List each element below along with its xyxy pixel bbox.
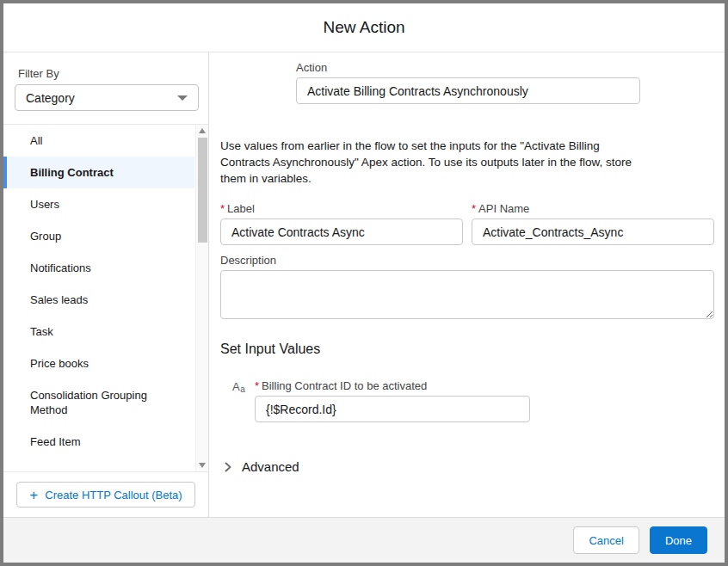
action-field-block: Action (296, 61, 640, 104)
filter-block: Filter By Category (3, 52, 208, 124)
api-name-label: *API Name (472, 202, 714, 215)
label-input[interactable] (220, 218, 463, 245)
create-http-callout-label: Create HTTP Callout (Beta) (45, 489, 182, 501)
modal-footer: Cancel Done (3, 517, 725, 563)
label-field-block: *Label (220, 202, 463, 245)
category-list: AllBilling ContractUsersGroupNotificatio… (3, 125, 208, 458)
param-fields: *Billing Contract ID to be activated (255, 379, 530, 422)
filter-by-label: Filter By (18, 67, 200, 80)
sidebar-item-all[interactable]: All (3, 125, 194, 157)
sidebar-item-billing-contract[interactable]: Billing Contract (3, 157, 194, 188)
advanced-toggle[interactable]: Advanced (222, 459, 299, 474)
scrollbar-thumb[interactable] (198, 138, 207, 243)
action-label: Action (296, 61, 640, 74)
modal-dialog: New Action Filter By Category AllBilling… (0, 0, 728, 566)
set-input-values-heading: Set Input Values (220, 341, 714, 357)
action-input[interactable] (296, 77, 640, 104)
callout-block: + Create HTTP Callout (Beta) (3, 472, 208, 517)
required-asterisk: * (220, 202, 225, 215)
modal-header: New Action (3, 3, 725, 52)
sidebar-item-sales-leads[interactable]: Sales leads (3, 284, 194, 316)
plus-icon: + (29, 488, 38, 502)
sidebar-item-notifications[interactable]: Notifications (3, 252, 194, 284)
sidebar-item-price-books[interactable]: Price books (3, 348, 194, 379)
sidebar-item-feed-item[interactable]: Feed Item (3, 426, 194, 458)
sidebar-item-group[interactable]: Group (3, 220, 194, 252)
chevron-right-icon (222, 461, 234, 473)
api-name-input[interactable] (472, 218, 714, 245)
input-parameter-block: Aa *Billing Contract ID to be activated (232, 379, 714, 422)
description-field-block: Description (220, 254, 714, 323)
param-label: *Billing Contract ID to be activated (255, 379, 530, 392)
required-asterisk: * (472, 202, 476, 215)
sidebar-item-consolidation-grouping-method[interactable]: Consolidation Grouping Method (3, 379, 194, 426)
chevron-down-icon (177, 95, 188, 101)
text-type-icon: Aa (232, 379, 250, 394)
category-select[interactable]: Category (15, 84, 199, 111)
param-input[interactable] (255, 396, 530, 422)
modal-title: New Action (323, 18, 404, 37)
description-label: Description (220, 254, 714, 267)
flow-intro-text: Use values from earlier in the flow to s… (220, 138, 652, 187)
sidebar-item-users[interactable]: Users (3, 188, 194, 220)
label-api-row: *Label *API Name (220, 202, 714, 245)
advanced-label: Advanced (242, 459, 299, 474)
category-list-container: AllBilling ContractUsersGroupNotificatio… (3, 124, 208, 472)
modal-body: Filter By Category AllBilling ContractUs… (3, 52, 725, 517)
sidebar: Filter By Category AllBilling ContractUs… (3, 52, 209, 517)
sidebar-scrollbar[interactable] (195, 125, 208, 471)
done-button[interactable]: Done (650, 526, 707, 554)
label-field-label: *Label (220, 202, 463, 215)
required-asterisk: * (255, 379, 259, 392)
api-name-field-block: *API Name (472, 202, 714, 245)
category-select-value: Category (26, 91, 75, 105)
sidebar-item-task[interactable]: Task (3, 316, 194, 348)
cancel-button[interactable]: Cancel (573, 526, 639, 554)
scroll-down-arrow-icon[interactable] (199, 463, 206, 468)
create-http-callout-button[interactable]: + Create HTTP Callout (Beta) (16, 482, 195, 508)
scroll-up-arrow-icon[interactable] (199, 128, 206, 133)
main-panel: Action Use values from earlier in the fl… (209, 52, 725, 517)
description-textarea[interactable] (220, 270, 714, 319)
